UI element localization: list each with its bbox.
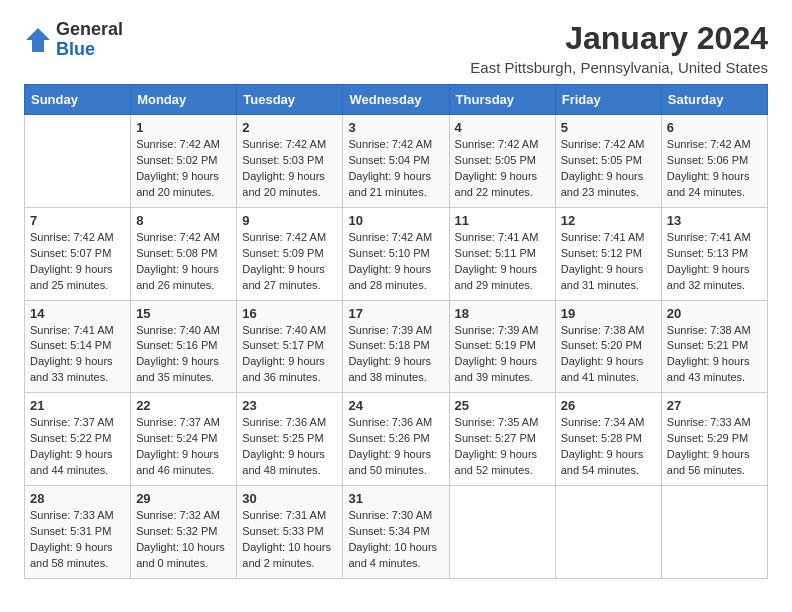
calendar-week-row: 7 Sunrise: 7:42 AM Sunset: 5:07 PM Dayli… — [25, 207, 768, 300]
calendar-cell: 12 Sunrise: 7:41 AM Sunset: 5:12 PM Dayl… — [555, 207, 661, 300]
day-number: 19 — [561, 306, 656, 321]
day-info: Sunrise: 7:42 AM Sunset: 5:04 PM Dayligh… — [348, 137, 443, 201]
logo: General Blue — [24, 20, 123, 60]
day-number: 11 — [455, 213, 550, 228]
day-info: Sunrise: 7:39 AM Sunset: 5:19 PM Dayligh… — [455, 323, 550, 387]
daylight: Daylight: 9 hours and 39 minutes. — [455, 355, 538, 383]
svg-marker-0 — [26, 28, 50, 52]
day-info: Sunrise: 7:40 AM Sunset: 5:17 PM Dayligh… — [242, 323, 337, 387]
daylight: Daylight: 9 hours and 44 minutes. — [30, 448, 113, 476]
daylight: Daylight: 9 hours and 31 minutes. — [561, 263, 644, 291]
sunrise: Sunrise: 7:42 AM — [455, 138, 539, 150]
sunset: Sunset: 5:02 PM — [136, 154, 217, 166]
calendar-cell: 30 Sunrise: 7:31 AM Sunset: 5:33 PM Dayl… — [237, 486, 343, 579]
sunset: Sunset: 5:12 PM — [561, 247, 642, 259]
daylight: Daylight: 10 hours and 4 minutes. — [348, 541, 437, 569]
sunrise: Sunrise: 7:33 AM — [667, 416, 751, 428]
day-number: 23 — [242, 398, 337, 413]
sunset: Sunset: 5:22 PM — [30, 432, 111, 444]
sunset: Sunset: 5:33 PM — [242, 525, 323, 537]
calendar-cell: 31 Sunrise: 7:30 AM Sunset: 5:34 PM Dayl… — [343, 486, 449, 579]
calendar-cell — [25, 115, 131, 208]
sunrise: Sunrise: 7:38 AM — [561, 324, 645, 336]
day-info: Sunrise: 7:30 AM Sunset: 5:34 PM Dayligh… — [348, 508, 443, 572]
calendar-cell: 5 Sunrise: 7:42 AM Sunset: 5:05 PM Dayli… — [555, 115, 661, 208]
calendar-cell: 25 Sunrise: 7:35 AM Sunset: 5:27 PM Dayl… — [449, 393, 555, 486]
day-number: 30 — [242, 491, 337, 506]
calendar-cell: 16 Sunrise: 7:40 AM Sunset: 5:17 PM Dayl… — [237, 300, 343, 393]
day-info: Sunrise: 7:42 AM Sunset: 5:05 PM Dayligh… — [561, 137, 656, 201]
sunrise: Sunrise: 7:42 AM — [242, 138, 326, 150]
sunrise: Sunrise: 7:42 AM — [667, 138, 751, 150]
calendar-cell: 26 Sunrise: 7:34 AM Sunset: 5:28 PM Dayl… — [555, 393, 661, 486]
calendar-week-row: 28 Sunrise: 7:33 AM Sunset: 5:31 PM Dayl… — [25, 486, 768, 579]
sunrise: Sunrise: 7:41 AM — [30, 324, 114, 336]
sunrise: Sunrise: 7:41 AM — [667, 231, 751, 243]
calendar-cell: 23 Sunrise: 7:36 AM Sunset: 5:25 PM Dayl… — [237, 393, 343, 486]
sunrise: Sunrise: 7:41 AM — [561, 231, 645, 243]
day-info: Sunrise: 7:42 AM Sunset: 5:09 PM Dayligh… — [242, 230, 337, 294]
day-info: Sunrise: 7:36 AM Sunset: 5:25 PM Dayligh… — [242, 415, 337, 479]
day-info: Sunrise: 7:39 AM Sunset: 5:18 PM Dayligh… — [348, 323, 443, 387]
sunset: Sunset: 5:05 PM — [455, 154, 536, 166]
sunrise: Sunrise: 7:42 AM — [136, 138, 220, 150]
sunrise: Sunrise: 7:40 AM — [242, 324, 326, 336]
calendar-table: SundayMondayTuesdayWednesdayThursdayFrid… — [24, 84, 768, 579]
calendar-cell: 3 Sunrise: 7:42 AM Sunset: 5:04 PM Dayli… — [343, 115, 449, 208]
sunset: Sunset: 5:17 PM — [242, 339, 323, 351]
day-info: Sunrise: 7:35 AM Sunset: 5:27 PM Dayligh… — [455, 415, 550, 479]
daylight: Daylight: 9 hours and 54 minutes. — [561, 448, 644, 476]
daylight: Daylight: 9 hours and 52 minutes. — [455, 448, 538, 476]
sunset: Sunset: 5:27 PM — [455, 432, 536, 444]
sunrise: Sunrise: 7:30 AM — [348, 509, 432, 521]
day-info: Sunrise: 7:33 AM Sunset: 5:29 PM Dayligh… — [667, 415, 762, 479]
daylight: Daylight: 9 hours and 22 minutes. — [455, 170, 538, 198]
daylight: Daylight: 9 hours and 25 minutes. — [30, 263, 113, 291]
logo-icon — [24, 26, 52, 54]
day-number: 7 — [30, 213, 125, 228]
sunset: Sunset: 5:13 PM — [667, 247, 748, 259]
calendar-cell: 20 Sunrise: 7:38 AM Sunset: 5:21 PM Dayl… — [661, 300, 767, 393]
calendar-cell: 29 Sunrise: 7:32 AM Sunset: 5:32 PM Dayl… — [131, 486, 237, 579]
page-header: General Blue January 2024 East Pittsburg… — [24, 20, 768, 76]
calendar-cell: 22 Sunrise: 7:37 AM Sunset: 5:24 PM Dayl… — [131, 393, 237, 486]
day-info: Sunrise: 7:42 AM Sunset: 5:06 PM Dayligh… — [667, 137, 762, 201]
day-info: Sunrise: 7:42 AM Sunset: 5:05 PM Dayligh… — [455, 137, 550, 201]
sunrise: Sunrise: 7:35 AM — [455, 416, 539, 428]
sunset: Sunset: 5:18 PM — [348, 339, 429, 351]
weekday-header: Friday — [555, 85, 661, 115]
calendar-cell: 17 Sunrise: 7:39 AM Sunset: 5:18 PM Dayl… — [343, 300, 449, 393]
sunset: Sunset: 5:08 PM — [136, 247, 217, 259]
day-info: Sunrise: 7:34 AM Sunset: 5:28 PM Dayligh… — [561, 415, 656, 479]
day-number: 4 — [455, 120, 550, 135]
sunrise: Sunrise: 7:42 AM — [136, 231, 220, 243]
sunrise: Sunrise: 7:42 AM — [561, 138, 645, 150]
day-info: Sunrise: 7:40 AM Sunset: 5:16 PM Dayligh… — [136, 323, 231, 387]
daylight: Daylight: 9 hours and 29 minutes. — [455, 263, 538, 291]
calendar-cell: 18 Sunrise: 7:39 AM Sunset: 5:19 PM Dayl… — [449, 300, 555, 393]
day-info: Sunrise: 7:37 AM Sunset: 5:24 PM Dayligh… — [136, 415, 231, 479]
calendar-cell: 14 Sunrise: 7:41 AM Sunset: 5:14 PM Dayl… — [25, 300, 131, 393]
day-number: 24 — [348, 398, 443, 413]
sunrise: Sunrise: 7:42 AM — [348, 138, 432, 150]
sunset: Sunset: 5:16 PM — [136, 339, 217, 351]
sunrise: Sunrise: 7:39 AM — [348, 324, 432, 336]
sunrise: Sunrise: 7:31 AM — [242, 509, 326, 521]
sunrise: Sunrise: 7:39 AM — [455, 324, 539, 336]
daylight: Daylight: 9 hours and 33 minutes. — [30, 355, 113, 383]
day-info: Sunrise: 7:41 AM Sunset: 5:14 PM Dayligh… — [30, 323, 125, 387]
daylight: Daylight: 10 hours and 0 minutes. — [136, 541, 225, 569]
daylight: Daylight: 9 hours and 35 minutes. — [136, 355, 219, 383]
calendar-cell: 11 Sunrise: 7:41 AM Sunset: 5:11 PM Dayl… — [449, 207, 555, 300]
day-info: Sunrise: 7:41 AM Sunset: 5:11 PM Dayligh… — [455, 230, 550, 294]
sunset: Sunset: 5:03 PM — [242, 154, 323, 166]
sunset: Sunset: 5:29 PM — [667, 432, 748, 444]
day-info: Sunrise: 7:33 AM Sunset: 5:31 PM Dayligh… — [30, 508, 125, 572]
day-info: Sunrise: 7:32 AM Sunset: 5:32 PM Dayligh… — [136, 508, 231, 572]
logo-blue: Blue — [56, 40, 123, 60]
sunset: Sunset: 5:05 PM — [561, 154, 642, 166]
daylight: Daylight: 9 hours and 41 minutes. — [561, 355, 644, 383]
weekday-header: Monday — [131, 85, 237, 115]
day-number: 15 — [136, 306, 231, 321]
sunset: Sunset: 5:04 PM — [348, 154, 429, 166]
